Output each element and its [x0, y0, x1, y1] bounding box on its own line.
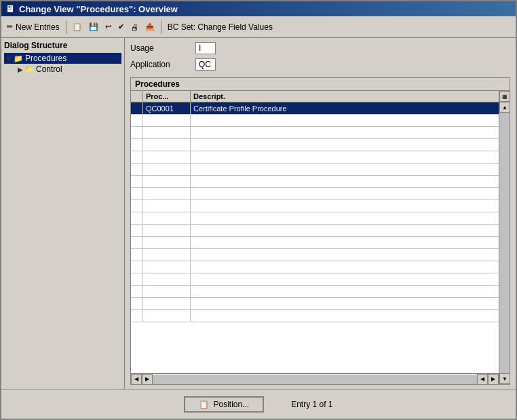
scroll-up-button[interactable]: ▲ [499, 102, 510, 113]
sidebar-item-procedures[interactable]: ▼ 📁 Procedures [4, 53, 121, 64]
row-checkbox[interactable] [131, 176, 143, 187]
table-header: Proc... Descript. [131, 91, 499, 102]
row-checkbox[interactable] [131, 164, 143, 175]
proc-cell [143, 176, 191, 187]
table-row[interactable] [131, 261, 499, 273]
descript-cell [191, 151, 499, 163]
table-main: Proc... Descript. [131, 91, 499, 384]
row-checkbox[interactable] [131, 225, 143, 236]
table-row[interactable] [131, 298, 499, 310]
hscroll-far-right-button[interactable]: ▶ [488, 374, 499, 385]
save-icon: 💾 [89, 22, 98, 31]
usage-row: Usage I [130, 42, 510, 54]
table-row[interactable] [131, 139, 499, 151]
save-button[interactable]: 💾 [86, 19, 101, 35]
descript-cell [191, 298, 499, 309]
table-row[interactable] [131, 310, 499, 322]
descript-cell [191, 237, 499, 248]
proc-cell [143, 188, 191, 199]
procedures-section-title: Procedures [131, 78, 510, 91]
proc-cell: QC0001 [143, 102, 191, 114]
table-row[interactable] [131, 188, 499, 200]
copy-button[interactable]: 📋 [70, 19, 85, 35]
descript-cell [191, 188, 499, 199]
table-row[interactable] [131, 237, 499, 249]
row-checkbox[interactable] [131, 286, 143, 297]
entry-info: Entry 1 of 1 [291, 400, 332, 409]
row-checkbox[interactable] [131, 261, 143, 273]
application-label: Application [130, 60, 191, 69]
position-btn-label: Position... [213, 400, 249, 409]
sidebar-item-control[interactable]: ▶ 📁 Control [4, 64, 121, 75]
hscroll-right-button[interactable]: ▶ [142, 374, 153, 385]
descript-cell [191, 212, 499, 224]
horizontal-scrollbar: ◀ ▶ ◀ ▶ [131, 373, 499, 384]
table-row[interactable] [131, 286, 499, 298]
descript-cell [191, 273, 499, 285]
vertical-scrollbar: ▦ ▲ ▼ [499, 91, 510, 384]
hscroll-right-buttons: ◀ ▶ [477, 374, 499, 385]
print-button[interactable]: 🖨 [128, 19, 141, 35]
check-button[interactable]: ✔ [115, 19, 127, 35]
title-bar: 🖥 Change View "Procedures": Overview [1, 1, 516, 16]
bottom-bar: 📋 Position... Entry 1 of 1 [1, 389, 516, 419]
table-row[interactable] [131, 225, 499, 237]
table-row[interactable] [131, 249, 499, 261]
separator-2 [161, 20, 161, 34]
proc-column-header: Proc... [143, 91, 191, 102]
hscroll-far-left-button[interactable]: ◀ [477, 374, 488, 385]
proc-cell [143, 139, 191, 151]
col-chooser-button[interactable]: ▦ [499, 91, 510, 102]
row-checkbox[interactable] [131, 298, 143, 309]
proc-cell [143, 273, 191, 285]
descript-cell [191, 286, 499, 297]
separator-1 [66, 20, 66, 34]
descript-cell: Certificate Profile Procedure [191, 102, 499, 114]
table-row[interactable] [131, 212, 499, 225]
table-body: QC0001 Certificate Profile Procedure [131, 102, 499, 373]
row-checkbox[interactable] [131, 200, 143, 212]
sidebar-title: Dialog Structure [4, 41, 121, 50]
right-panel: Usage I Application QC Procedures [125, 38, 516, 389]
toolbar: ✏ New Entries 📋 💾 ↩ ✔ 🖨 📤 BC Set: Change… [1, 16, 516, 38]
table-row[interactable] [131, 151, 499, 164]
position-button[interactable]: 📋 Position... [184, 396, 264, 413]
row-checkbox[interactable] [131, 212, 143, 224]
proc-cell [143, 310, 191, 322]
scroll-down-button[interactable]: ▼ [499, 373, 510, 384]
table-row[interactable] [131, 200, 499, 212]
proc-cell [143, 249, 191, 261]
table-row[interactable] [131, 127, 499, 139]
descript-cell [191, 261, 499, 273]
table-row[interactable] [131, 273, 499, 286]
table-row[interactable] [131, 164, 499, 176]
procedures-section: Procedures Proc... Descript. [130, 77, 510, 385]
row-checkbox[interactable] [131, 237, 143, 248]
row-checkbox[interactable] [131, 273, 143, 285]
undo-button[interactable]: ↩ [102, 19, 114, 35]
row-checkbox[interactable] [131, 188, 143, 199]
expand-icon-2: ▶ [18, 66, 23, 73]
proc-cell [143, 200, 191, 212]
export-button[interactable]: 📤 [142, 19, 157, 35]
proc-cell [143, 225, 191, 236]
table-row[interactable]: QC0001 Certificate Profile Procedure [131, 102, 499, 115]
row-checkbox[interactable] [131, 249, 143, 261]
check-icon: ✔ [118, 22, 124, 31]
usage-value: I [195, 42, 216, 54]
print-icon: 🖨 [131, 23, 138, 31]
proc-cell [143, 151, 191, 163]
row-checkbox[interactable] [131, 151, 143, 163]
new-entries-button[interactable]: ✏ New Entries [4, 19, 62, 35]
row-checkbox[interactable] [131, 115, 143, 126]
table-row[interactable] [131, 176, 499, 188]
table-row[interactable] [131, 115, 499, 127]
row-checkbox[interactable] [131, 310, 143, 322]
main-window: 🖥 Change View "Procedures": Overview ✏ N… [0, 0, 517, 420]
row-checkbox[interactable] [131, 139, 143, 151]
row-checkbox[interactable] [131, 127, 143, 138]
hscroll-left-button[interactable]: ◀ [131, 374, 142, 385]
descript-column-header: Descript. [191, 91, 499, 102]
row-checkbox[interactable] [131, 102, 143, 114]
copy-icon: 📋 [73, 22, 82, 31]
